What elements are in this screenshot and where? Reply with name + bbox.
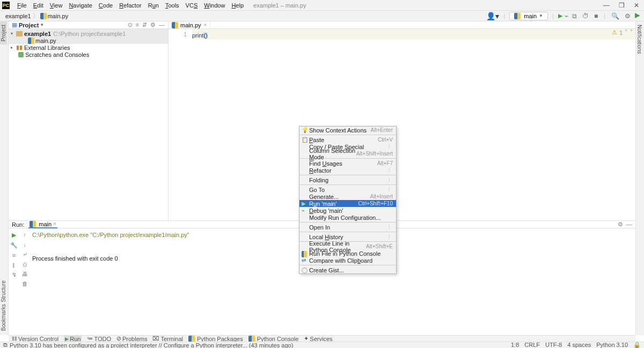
rerun-icon[interactable]: ▶	[12, 232, 16, 239]
status-panel-toggle-icon[interactable]: ⧉	[3, 342, 8, 348]
maximize-button[interactable]: ❐	[614, 2, 629, 9]
ctx-debug-main[interactable]: ⌁Debug 'main'	[299, 207, 396, 214]
ctx-open-in[interactable]: Open In〉	[299, 224, 396, 231]
menu-help[interactable]: Help	[228, 1, 247, 10]
collapse-all-icon[interactable]: ⇵	[142, 21, 147, 28]
ctx-local-history[interactable]: Local History〉	[299, 233, 396, 240]
exit-icon[interactable]: ↯	[12, 271, 17, 278]
ctx-refactor[interactable]: Refactor〉	[299, 167, 396, 174]
settings-icon[interactable]: ⚙	[150, 21, 156, 28]
chevron-up-icon[interactable]: ˄	[625, 29, 628, 36]
menu-tools[interactable]: Tools	[162, 1, 182, 10]
status-caret-pos[interactable]: 1:8	[511, 342, 519, 348]
code-line[interactable]: print()	[192, 29, 635, 40]
tab-python-packages[interactable]: Python Packages	[188, 336, 243, 342]
editor-body[interactable]: 1 print() ⚠ 1 ˄ ˅	[169, 29, 635, 220]
clear-icon[interactable]: 🗑	[22, 280, 28, 287]
expand-toggle-icon[interactable]: ▸	[11, 45, 16, 50]
tree-root[interactable]: ▾ example1 C:\Python project\example1	[9, 30, 168, 37]
menu-vcs[interactable]: VCS	[182, 1, 201, 10]
run-anything-icon[interactable]: ⯈	[634, 12, 641, 20]
status-interpreter[interactable]: Python 3.10	[596, 342, 628, 348]
run-title: Run:	[12, 221, 24, 228]
ctx-generate[interactable]: Generate...Alt+Insert	[299, 193, 396, 200]
menu-file[interactable]: File	[14, 1, 30, 10]
run-button[interactable]: ▶	[558, 12, 562, 19]
status-indent[interactable]: 4 spaces	[567, 342, 591, 348]
ctx-folding[interactable]: Folding〉	[299, 176, 396, 183]
editor-pane: main.py × 1 print() ⚠ 1 ˄ ˅	[169, 21, 635, 220]
settings-icon[interactable]: ⚙	[623, 12, 632, 20]
notifications-tool-tab[interactable]: Notifications	[636, 21, 643, 57]
debug-button[interactable]: ⌁	[565, 12, 568, 20]
status-lock-icon[interactable]: 🔒	[633, 342, 641, 348]
code-parens: ()	[203, 32, 207, 39]
ctx-show-actions[interactable]: 💡Show Context ActionsAlt+Enter	[299, 127, 396, 134]
chevron-down-icon[interactable]: ˅	[630, 29, 633, 36]
ctx-run-file-console[interactable]: Run File in Python Console	[299, 250, 396, 257]
editor-inspection-widget[interactable]: ⚠ 1 ˄ ˅	[612, 29, 633, 36]
up-icon[interactable]: ↑	[23, 232, 26, 238]
debug-icon: ⌁	[302, 208, 305, 213]
ctx-compare-clipboard[interactable]: ⇄Compare with Clipboard	[299, 257, 396, 264]
print-icon[interactable]: 🖶	[22, 271, 28, 277]
menu-window[interactable]: Window	[201, 1, 228, 10]
layout-icon[interactable]: ⫿	[12, 262, 16, 268]
breadcrumb-project[interactable]: example1	[5, 13, 31, 19]
run-tab[interactable]: main ×	[28, 221, 57, 228]
project-tool-tab[interactable]: Project	[0, 21, 7, 45]
menu-view[interactable]: View	[47, 1, 66, 10]
close-button[interactable]: ✕	[629, 2, 644, 9]
ctx-create-gist[interactable]: ◯Create Gist...	[299, 266, 396, 273]
ctx-modify-run-config[interactable]: Modify Run Configuration...	[299, 214, 396, 221]
ctx-find-usages[interactable]: Find UsagesAlt+F7	[299, 160, 396, 167]
stop-button[interactable]: ■	[592, 12, 599, 20]
close-tab-icon[interactable]: ×	[53, 221, 56, 227]
wrap-icon[interactable]: ⤶	[23, 251, 27, 258]
close-tab-icon[interactable]: ×	[204, 22, 207, 28]
down-icon[interactable]: ↓	[23, 241, 26, 248]
chevron-down-icon[interactable]: ▼	[40, 23, 44, 27]
tree-scratches[interactable]: Scratches and Consoles	[9, 51, 168, 58]
menu-code[interactable]: Code	[96, 1, 116, 10]
hide-icon[interactable]: —	[626, 221, 632, 228]
profile-button[interactable]: ⏱	[581, 12, 590, 20]
run-config-selector[interactable]: main ▼	[509, 12, 548, 20]
stop-icon[interactable]: ≡	[12, 252, 16, 258]
status-message[interactable]: Python 3.10 has been configured as a pro…	[10, 342, 293, 349]
expand-all-icon[interactable]: ≡	[136, 21, 139, 28]
editor-tab-main[interactable]: main.py ×	[169, 21, 210, 28]
tab-python-console[interactable]: Python Console	[248, 336, 299, 342]
editor-context-menu: 💡Show Context ActionsAlt+Enter 📋PasteCtr…	[299, 126, 397, 274]
ctx-paste[interactable]: 📋PasteCtrl+V	[299, 136, 396, 143]
status-line-ending[interactable]: CRLF	[524, 342, 540, 348]
project-name: example1	[24, 31, 51, 37]
ctx-column-selection[interactable]: Column Selection ModeAlt+Shift+Insert	[299, 150, 396, 157]
tree-file[interactable]: main.py	[9, 37, 168, 44]
scroll-icon[interactable]: ⎙	[23, 261, 27, 268]
editor-tab-name: main.py	[180, 22, 201, 28]
ctx-run-main[interactable]: ▶Run 'main'Ctrl+Shift+F10	[299, 200, 396, 207]
ctx-goto[interactable]: Go To〉	[299, 186, 396, 193]
breadcrumb-file[interactable]: main.py	[48, 13, 69, 19]
minimize-button[interactable]: —	[599, 2, 614, 9]
tree-ext-libraries[interactable]: ▸ ▮▮ External Libraries	[9, 44, 168, 51]
menu-edit[interactable]: Edit	[30, 1, 47, 10]
bookmarks-tool-tab[interactable]: Bookmarks	[0, 301, 7, 334]
select-opened-icon[interactable]: ⊙	[128, 21, 133, 28]
user-icon[interactable]: 👤▾	[486, 12, 499, 20]
status-encoding[interactable]: UTF-8	[545, 342, 562, 348]
ctx-execute-line[interactable]: Execute Line in Python ConsoleAlt+Shift+…	[299, 243, 396, 250]
run-toolbar-left: ▶ 🔧 ≡ ⫿ ↯	[9, 228, 19, 335]
hide-icon[interactable]: —	[159, 21, 165, 28]
project-title[interactable]: Project	[19, 22, 39, 28]
run-settings-icon[interactable]: ⚙	[618, 221, 623, 228]
menu-navigate[interactable]: Navigate	[65, 1, 95, 10]
search-icon[interactable]: 🔍	[610, 12, 621, 20]
tool-icon[interactable]: 🔧	[10, 242, 18, 249]
tab-run[interactable]: ▶ Run	[64, 336, 82, 342]
menu-refactor[interactable]: Refactor	[116, 1, 145, 10]
expand-toggle-icon[interactable]: ▾	[11, 31, 16, 36]
coverage-button[interactable]: ⧉	[570, 12, 579, 20]
menu-run[interactable]: Run	[145, 1, 162, 10]
